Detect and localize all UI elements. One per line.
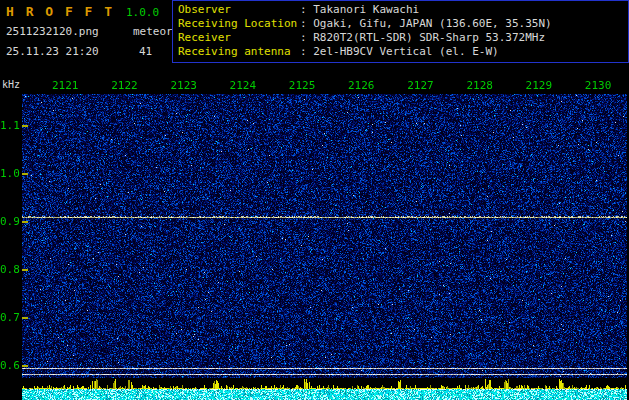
- station-info-label: Observer: [178, 3, 300, 17]
- station-info-row: Receiving antenna: 2el-HB9CV Vertical (e…: [178, 45, 628, 59]
- freq-tick-label: 0.8: [0, 263, 19, 276]
- station-info-box: Observer: Takanori KawachiReceiving Loca…: [172, 0, 629, 63]
- freq-tick-label: 0.7: [0, 311, 19, 324]
- time-tick-label: 2126: [348, 79, 375, 92]
- time-tick-label: 2128: [466, 79, 493, 92]
- freq-tick-label: 0.9: [0, 215, 19, 228]
- hrofft-output: H R O F F T 1.0.0 2511232120.png meteor …: [0, 0, 629, 400]
- time-tick-label: 2130: [585, 79, 612, 92]
- time-tick-label: 2129: [526, 79, 553, 92]
- freq-tick-label: 1.0: [0, 167, 19, 180]
- noise-level-band-canvas: [22, 389, 627, 400]
- station-info-row: Receiving Location: Ogaki, Gifu, JAPAN (…: [178, 17, 628, 31]
- freq-tick-label: 0.6: [0, 359, 19, 372]
- time-tick-label: 2124: [230, 79, 257, 92]
- station-info-value: : Ogaki, Gifu, JAPAN (136.60E, 35.35N): [300, 17, 552, 30]
- app-version: 1.0.0: [126, 6, 159, 19]
- timestamp: 25.11.23 21:20: [6, 45, 99, 58]
- time-tick-label: 2123: [170, 79, 197, 92]
- station-info-row: Observer: Takanori Kawachi: [178, 3, 628, 17]
- station-info-row: Receiver: R820T2(RTL-SDR) SDR-Sharp 53.3…: [178, 31, 628, 45]
- station-info-value: : R820T2(RTL-SDR) SDR-Sharp 53.372MHz: [300, 31, 545, 44]
- freq-tick-label: 1.1: [0, 119, 19, 132]
- station-info-label: Receiver: [178, 31, 300, 45]
- activity-spikes-canvas: [22, 378, 627, 389]
- spectrogram-canvas: [22, 94, 627, 378]
- mode-label: meteor: [133, 25, 173, 38]
- freq-axis-unit: kHz: [2, 79, 20, 90]
- time-tick-label: 2125: [289, 79, 316, 92]
- echo-count: 41: [139, 45, 152, 58]
- time-tick-label: 2121: [52, 79, 79, 92]
- station-info-value: : Takanori Kawachi: [300, 3, 419, 16]
- station-info-value: : 2el-HB9CV Vertical (el. E-W): [300, 45, 499, 58]
- station-info-label: Receiving Location: [178, 17, 300, 31]
- station-info-label: Receiving antenna: [178, 45, 300, 59]
- app-title: H R O F F T: [6, 4, 114, 19]
- output-filename: 2511232120.png: [6, 25, 99, 38]
- time-tick-label: 2127: [407, 79, 434, 92]
- time-tick-label: 2122: [111, 79, 138, 92]
